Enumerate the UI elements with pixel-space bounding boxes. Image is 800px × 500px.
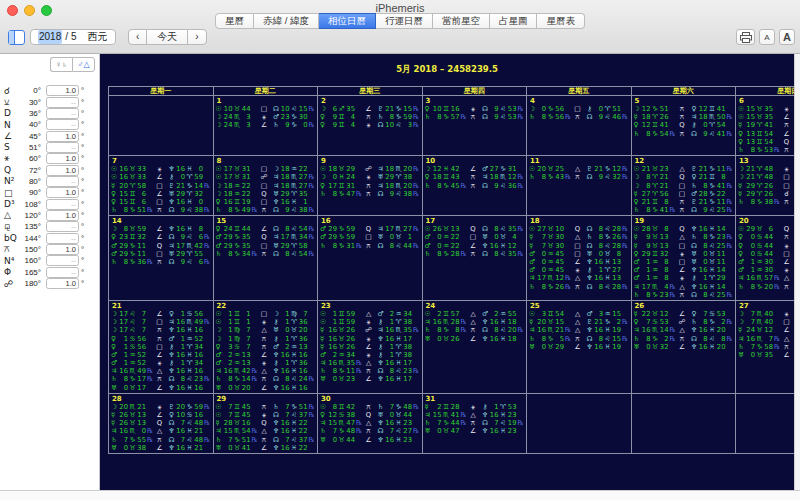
aspects-toggle-button[interactable]: ♂△ — [72, 57, 95, 72]
print-button[interactable] — [736, 29, 755, 45]
month-value[interactable]: 5 — [71, 30, 77, 44]
tab-7[interactable]: 星曆表 — [537, 13, 585, 29]
aspect-angle: 150° — [18, 245, 41, 254]
planets-toggle-button[interactable]: ♀♄ — [50, 57, 72, 72]
aspect-line: ♄7♑48℞⚻☊7♌27℞ — [320, 427, 422, 435]
day-cell[interactable]: 4☽0♑56□⚷0♈51♄8♑56℞⚻☊9♌46℞ — [527, 96, 632, 156]
date-field[interactable]: 2018 / 5 西元 — [30, 29, 116, 45]
day-cell[interactable]: 1☉10♉44□☊10♌15℞☽24♏3⚹♂23♑30☽24♏3∠♄9♑0℞ — [214, 96, 319, 156]
day-cell[interactable]: 21☽17♌7∠♀1♋56☽17♌7□♃16♏49℞☽17♌7⚻♆16♓16♀1… — [109, 301, 214, 394]
orb-input[interactable]: 1.0 — [46, 244, 79, 255]
aspect-line: ♄8♑56℞⚻☊9♌46℞ — [529, 113, 631, 121]
day-cell[interactable]: 28☽20♏21⚹♇20♑59℞☿26♉13∠♀10♋16☿26♉13Q☊7♌4… — [109, 394, 214, 454]
day-cell[interactable]: 15♀24♊44∠☊8♌54℞♂29♑35Q♃17♏34℞♂29♑35□♅29♈… — [214, 216, 319, 301]
orb-input[interactable]: -- — [46, 119, 79, 130]
day-cell[interactable]: 23☉1♊59△♂2♒34☉1♊59⚹⚷1♈38☿16♉26☍♃16♏35℞☿1… — [318, 301, 423, 394]
day-number: 28 — [112, 395, 213, 403]
day-cell[interactable]: 8☉17♉31□☽18♒22☉17♉31☍♃18♏27℞☽18♒22□♃18♏2… — [214, 156, 319, 216]
aspect-line: ♃15♏41℞△♆16♓23 — [425, 411, 527, 419]
day-cell[interactable] — [632, 394, 737, 454]
aspect-angle: 30° — [18, 98, 41, 107]
day-cell[interactable]: 19☉28♉8Q♆16♓14☿9♉13△♄8♑23℞☿9♉13□☊8♌25℞♀2… — [632, 216, 737, 301]
day-cell[interactable]: 27☽7♏40⚹♄7♑58℞☽7♏40□☊8♌4℞☿24♉12∠♀9♋4♃16♏… — [736, 301, 794, 394]
aspect-line: ♃16♏21℞△♆16♓19 — [529, 326, 631, 334]
day-cell[interactable]: 20☉29♉6Q♆16♓15♀0♋44⚻♂1♒30♀0♋44⚹♅0♉14♀0♋4… — [736, 216, 794, 301]
day-cell[interactable]: 30☉8♊42⚻♄7♑48℞♀12♋38Q♅0♉44♃15♏47℞△♆16♓23… — [318, 394, 423, 454]
day-cell[interactable] — [109, 96, 214, 156]
aspect-row: D36°--° — [4, 108, 97, 119]
tab-5[interactable]: 當前星空 — [433, 13, 490, 29]
next-month-button[interactable]: › — [187, 29, 206, 45]
aspect-line: ♀21♊8⚻♇21♑11℞ — [634, 198, 736, 206]
day-cell[interactable]: 5☽12♑51⚻♀12♊41☿18♈26⚻♃18♏50℞♀12♊41Q⚷0♈54… — [632, 96, 737, 156]
tab-6[interactable]: 占星圖 — [490, 13, 538, 29]
day-number: 5 — [635, 97, 736, 105]
orb-input[interactable]: -- — [46, 199, 79, 210]
orb-input[interactable]: 1.0 — [46, 210, 79, 221]
horizontal-scrollbar[interactable] — [0, 490, 800, 500]
prev-month-button[interactable]: ‹ — [128, 29, 147, 45]
aspect-line: ☿22♉12∠♀7♋53 — [634, 310, 736, 318]
day-cell[interactable]: 16♂29♑59Q♃17♏27℞♂29♑59□♅0♉1♄8♑31℞⚻☊8♌44℞ — [318, 216, 423, 301]
day-cell[interactable] — [527, 394, 632, 454]
day-cell[interactable]: 6☉15♉35⚹♆16♓5☉15♉35∠⚷0♈57☿19♈41⚻♃18♏43℞♀… — [736, 96, 794, 156]
aspect-line: ♄8♑36℞⚻☊9♌6℞ — [111, 258, 213, 266]
orb-input[interactable]: 1.0 — [46, 131, 79, 142]
day-cell[interactable]: 7☉16♉33⚹♆16♓0☉16♉33∠⚷0♈59☿20♈58□♇21♑14℞♀… — [109, 156, 214, 216]
day-cell[interactable] — [736, 394, 794, 454]
year-value[interactable]: 2018 — [38, 30, 62, 44]
orb-input[interactable]: 1.0 — [46, 165, 79, 176]
font-increase-button[interactable]: A — [779, 29, 795, 45]
era-label: 西元 — [88, 30, 108, 44]
orb-input[interactable]: -- — [46, 97, 79, 108]
orb-input[interactable]: 1.0 — [46, 153, 79, 164]
orb-input[interactable]: 1.0 — [46, 187, 79, 198]
orb-input[interactable]: 1.0 — [46, 278, 79, 289]
weekday-header: 星期一 — [109, 87, 214, 96]
orb-input[interactable]: -- — [46, 267, 79, 278]
day-cell[interactable]: 25☉3♊54△♂3♒15☿20♉15△♇21♑2℞♃16♏21℞△♆16♓19… — [527, 301, 632, 394]
day-cell[interactable]: 12☉21♉23△♇21♑11℞☽8♈21Q♀21♊8☽8♈21□♄8♑41℞☿… — [632, 156, 737, 216]
day-cell[interactable]: 2☽6♐35∠♇21♑15℞♀9♊4⚻♄8♑59℞♀9♊4⚹☊10♌3℞ — [318, 96, 423, 156]
day-cell[interactable]: 17☉26♉13Q☊8♌35℞♂0♒22□♅0♉4♂0♒22∠♆16♓12♄8♑… — [423, 216, 528, 301]
aspect-line: ☿29♈26□♂28♑45 — [738, 182, 794, 190]
today-button[interactable]: 今天 — [147, 29, 187, 45]
day-cell[interactable]: 14☽8♉59∠♆16♓8♀23♊32∠☊9♌6℞♂29♑11Q♃17♏42℞♂… — [109, 216, 214, 301]
aspect-line: ♄8♑54℞⚻☊9♌41℞ — [634, 130, 736, 138]
aspect-line: ♃16♏57℞△♆16♓15 — [738, 274, 794, 282]
aspect-line: ♄8♑14℞⚻☊8♌24℞ — [216, 375, 318, 383]
orb-input[interactable]: -- — [46, 233, 79, 244]
orb-input[interactable]: 1.0 — [46, 85, 79, 96]
sidebar-toggle-button[interactable] — [8, 30, 25, 45]
day-cell[interactable]: 13☽21♈48⚹♀22♊2☽21♈48□♇21♑10℞☿29♈26□♂28♑4… — [736, 156, 794, 216]
day-cell[interactable]: 29☉7♊45⚻♄7♑51℞☉7♊45⚹☊7♌37℞☿28♉16Q♆16♓22♃… — [214, 394, 319, 454]
day-cell[interactable]: 31☿2♊28⚹⚷1♈53♃15♏41℞△♆16♓23♄7♑44℞⚻☊7♌19℞… — [423, 394, 528, 454]
orb-input[interactable]: -- — [46, 142, 79, 153]
tab-4[interactable]: 行運日曆 — [376, 13, 433, 29]
iphemeris-window: iPhemeris 星曆赤緯 / 緯度相位日曆行運日曆當前星空占星圖星曆表 20… — [0, 0, 800, 500]
day-cell[interactable]: 26☿22♉12∠♀7♋53♀7♋53☍♄8♑2℞♃16♏14℞△♆16♓20♄… — [632, 301, 737, 394]
tab-3[interactable]: 相位日曆 — [319, 13, 376, 29]
orb-input[interactable]: -- — [46, 176, 79, 187]
day-cell[interactable]: 11☉20♉25△♇21♑12℞♄8♑43℞⚻☊9♌32℞ — [527, 156, 632, 216]
weekday-header: 星期二 — [214, 87, 319, 96]
orb-input[interactable]: -- — [46, 221, 79, 232]
orb-input[interactable]: -- — [46, 108, 79, 119]
aspect-line: ♀9♊4⚹☊10♌3℞ — [320, 121, 422, 129]
day-cell[interactable]: 10☽12♓42∠♂27♑31♀18♊43⚻♃18♏12℞♄8♑45℞⚻☊9♌3… — [423, 156, 528, 216]
font-decrease-button[interactable]: A — [759, 29, 775, 45]
day-cell[interactable]: 22☉1♊1□☽1♍7☉1♊1⚹⚷1♈36☽1♍7△♅0♉20☽1♍7⚻⚷1♈3… — [214, 301, 319, 394]
vertical-scrollbar[interactable] — [794, 54, 800, 490]
aspect-line: ♃17♏4℞△♆16♓14 — [634, 283, 736, 291]
aspect-line: ☉3♊54△♂3♒15 — [529, 310, 631, 318]
aspect-line: ♀0♋44⚻♂1♒30 — [738, 233, 794, 241]
tab-1[interactable]: 星曆 — [215, 13, 254, 29]
day-cell[interactable]: 18☉27♉10Q☊8♌28℞☿7♉30△♄8♑26℞☿7♉30□☊8♌28℞♂… — [527, 216, 632, 301]
orb-input[interactable]: -- — [46, 255, 79, 266]
day-cell[interactable]: 9☉18♉29☍♃18♏20℞☽0♓24⚹♅29♈38♀17♊31⚻♃18♏20… — [318, 156, 423, 216]
tab-2[interactable]: 赤緯 / 緯度 — [254, 13, 319, 29]
tab-bar: 星曆赤緯 / 緯度相位日曆行運日曆當前星空占星圖星曆表 — [0, 13, 800, 28]
day-cell[interactable]: 3♀10♊16⚹☊9♌53℞♄8♑57℞⚻☊9♌53℞ — [423, 96, 528, 156]
aspect-line: ♅0♉41∠♆16♓22 — [216, 444, 318, 452]
day-cell[interactable]: 24☉2♊57△♂2♒55♃16♏28℞△♆16♓18♄8♑8℞⚻☊8♌20℞♅… — [423, 301, 528, 394]
